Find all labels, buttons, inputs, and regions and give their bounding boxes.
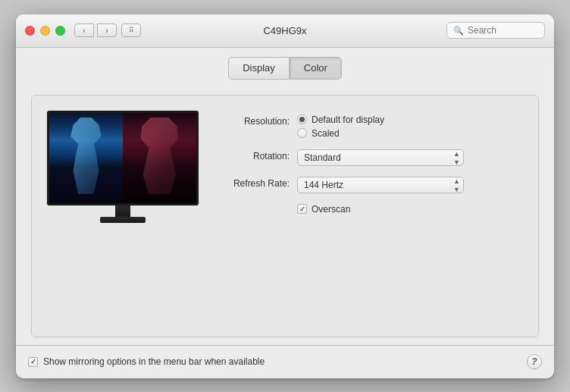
search-input[interactable]	[468, 25, 538, 36]
monitor-screen	[47, 111, 199, 205]
tab-bar: Display Color	[16, 48, 554, 87]
rotation-control: Standard 90° 180° 270° ▲ ▼	[297, 149, 523, 166]
forward-icon: ›	[105, 27, 108, 35]
resolution-scaled-radio[interactable]	[297, 128, 307, 138]
resolution-default-label: Default for display	[312, 114, 384, 125]
rotation-select-wrapper: Standard 90° 180° 270° ▲ ▼	[297, 149, 464, 166]
search-bar[interactable]: 🔍	[446, 22, 545, 39]
close-button[interactable]	[25, 26, 35, 36]
titlebar: ‹ › ⠿ C49HG9x 🔍	[16, 14, 554, 48]
grid-icon: ⠿	[129, 27, 134, 34]
tab-color[interactable]: Color	[290, 57, 342, 80]
bottom-bar: Show mirroring options in the menu bar w…	[16, 345, 554, 378]
refresh-rate-control: 144 Hertz 120 Hertz 60 Hertz ▲ ▼	[297, 177, 523, 193]
mirroring-label: Show mirroring options in the menu bar w…	[43, 356, 265, 367]
anime-figure-right	[130, 118, 189, 194]
traffic-lights	[25, 26, 65, 36]
monitor-stand	[115, 205, 130, 217]
refresh-rate-select[interactable]: 144 Hertz 120 Hertz 60 Hertz	[297, 177, 464, 193]
search-icon: 🔍	[453, 26, 464, 36]
refresh-rate-row: Refresh Rate: 144 Hertz 120 Hertz 60 Her…	[221, 177, 523, 193]
tab-display[interactable]: Display	[228, 57, 290, 80]
preferences-window: ‹ › ⠿ C49HG9x 🔍 Display Color	[16, 14, 554, 378]
overscan-label: Overscan	[312, 204, 350, 215]
resolution-row: Resolution: Default for display Scaled	[221, 114, 523, 139]
back-icon: ‹	[83, 27, 85, 35]
grid-button[interactable]: ⠿	[121, 24, 141, 37]
monitor-display	[49, 113, 196, 203]
mirroring-row[interactable]: Show mirroring options in the menu bar w…	[28, 356, 265, 367]
help-button[interactable]: ?	[527, 354, 542, 369]
monitor-base	[100, 217, 146, 223]
overscan-row: Overscan	[221, 204, 523, 215]
resolution-label: Resolution:	[221, 114, 297, 127]
minimize-button[interactable]	[40, 26, 50, 36]
resolution-scaled-option[interactable]: Scaled	[297, 128, 523, 139]
monitor-preview	[47, 111, 199, 223]
refresh-rate-select-wrapper: 144 Hertz 120 Hertz 60 Hertz ▲ ▼	[297, 177, 464, 193]
overscan-checkbox-row[interactable]: Overscan	[297, 204, 523, 215]
window-title: C49HG9x	[263, 25, 306, 36]
rotation-select[interactable]: Standard 90° 180° 270°	[297, 149, 464, 166]
overscan-checkbox[interactable]	[297, 204, 307, 214]
overscan-control: Overscan	[297, 204, 523, 215]
anime-figure-left	[61, 118, 112, 194]
maximize-button[interactable]	[55, 26, 65, 36]
refresh-rate-label: Refresh Rate:	[221, 177, 297, 189]
mirroring-checkbox[interactable]	[28, 357, 38, 367]
main-content: Resolution: Default for display Scaled	[16, 87, 554, 345]
nav-buttons: ‹ ›	[74, 24, 117, 37]
resolution-default-radio[interactable]	[297, 114, 307, 124]
back-button[interactable]: ‹	[74, 24, 94, 37]
resolution-scaled-label: Scaled	[312, 128, 340, 139]
settings-panel: Resolution: Default for display Scaled	[31, 95, 539, 337]
forward-button[interactable]: ›	[97, 24, 117, 37]
rotation-label: Rotation:	[221, 149, 297, 162]
overscan-label-empty	[221, 204, 297, 205]
resolution-control: Default for display Scaled	[297, 114, 523, 139]
resolution-radio-group: Default for display Scaled	[297, 114, 523, 139]
rotation-row: Rotation: Standard 90° 180° 270° ▲	[221, 149, 523, 166]
settings-area: Resolution: Default for display Scaled	[221, 111, 523, 225]
resolution-default-option[interactable]: Default for display	[297, 114, 523, 125]
